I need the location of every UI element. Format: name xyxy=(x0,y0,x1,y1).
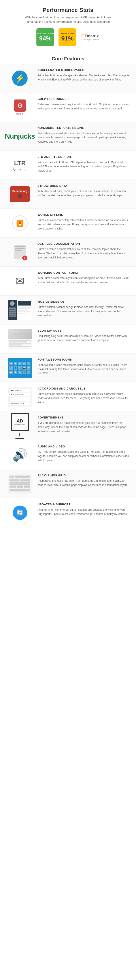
accordion-preview: ▶ Accordion Title 1 ▼ Accordion Title 2 … xyxy=(8,387,32,407)
feature-title-audio: AUDIO AND VIDEO xyxy=(38,445,130,448)
feature-title-grid: 12 COLUMNS GRID xyxy=(38,474,130,477)
feature-content-ltr: LTR AND RTL SUPPORT Prima comes with LTR… xyxy=(38,155,130,173)
support-icon: 🔄 xyxy=(12,505,28,520)
feature-nunjucks: Nunjucks NUNJUCKS TEMPLATE ENGINE Templa… xyxy=(0,122,136,151)
grid-preview xyxy=(8,474,32,494)
feature-contact: ✉ WORKING CONTACT FORM With Prima's cont… xyxy=(0,267,136,296)
feature-icon-docs: ♥ xyxy=(6,242,33,262)
feature-title-advertisement: ADVERTISEMENT xyxy=(38,416,130,419)
lightning-icon: ⚡ xyxy=(12,70,28,86)
feature-content-schema: STRUCTURED DATA With Structured Data, bo… xyxy=(38,184,130,198)
feature-title-ltr: LTR AND RTL SUPPORT xyxy=(38,155,130,159)
feature-content-nunjucks: NUNJUCKS TEMPLATE ENGINE Template engine… xyxy=(38,126,130,144)
schema-logo: Schema.org ⬛ xyxy=(10,186,30,202)
feature-icon-accordion: ▶ Accordion Title 1 ▼ Accordion Title 2 … xyxy=(6,387,33,407)
blog-preview: Sample Post xyxy=(8,329,32,349)
core-features-section: Core Features ⚡ ACCELERATED MOBILE PAGES… xyxy=(0,49,136,527)
ltr-label: LTR xyxy=(14,160,25,167)
feature-amp: ⚡ ACCELERATED MOBILE PAGES Prima has bui… xyxy=(0,64,136,93)
nunjucks-logo: Nunjucks xyxy=(5,132,35,140)
feature-title-docs: DETAILED DOCUMENTATION xyxy=(38,242,130,245)
feature-title-updates: UPDATES & SUPPORT xyxy=(38,503,130,506)
feature-title-offline: WORKS OFFLINE xyxy=(38,213,130,216)
feature-icon-audio: 🔊 xyxy=(6,445,33,465)
feature-desc-accordion: Prima contains custom styled accordions … xyxy=(38,392,130,405)
gtmetrix-logo: GTmetrix Analyze your website xyxy=(81,34,100,41)
feature-title-amp: ACCELERATED MOBILE PAGES xyxy=(38,68,130,72)
feature-blog: Sample Post BLOG LAYOUTS Blog listing bl… xyxy=(0,325,136,353)
header-description: With the combination of our techniques a… xyxy=(22,15,114,24)
wifi-offline-icon: 📶 ✕ xyxy=(12,215,28,231)
feature-schema: Schema.org ⬛ STRUCTURED DATA With Struct… xyxy=(0,180,136,209)
fontawesome-preview: ⚑ ★ ♥ ✉ ⚙ 🏠 👤 🔍 📷 🔔 📁 🗑 ✏ 📌 🔗 xyxy=(8,358,32,378)
feature-sidebar: MOBILE SIDEBAR Prima's custom sidebar de… xyxy=(0,296,136,325)
feature-desc-grid: Responsive grid code has taken from Boot… xyxy=(38,479,130,487)
feature-desc-offline: Prima can work completely offline/withou… xyxy=(38,218,130,231)
feature-fontawesome: ⚑ ★ ♥ ✉ ⚙ 🏠 👤 🔍 📷 🔔 📁 🗑 ✏ 📌 🔗 xyxy=(0,353,136,382)
page-header: Performance Stats With the combination o… xyxy=(0,0,136,49)
feature-content-blog: BLOG LAYOUTS Blog listing blog detail in… xyxy=(38,329,130,342)
feature-icon-amp: ⚡ xyxy=(6,68,33,88)
pagespeed-value: 94% xyxy=(39,35,51,42)
feature-icon-schema: Schema.org ⬛ xyxy=(6,184,33,204)
feature-gulp: G gulp.js GULP TASK RUNNER Today web dev… xyxy=(0,93,136,122)
feature-icon-blog: Sample Post xyxy=(6,329,33,349)
feature-content-sidebar: MOBILE SIDEBAR Prima's custom sidebar de… xyxy=(38,300,130,318)
feature-icon-offline: 📶 ✕ xyxy=(6,213,33,233)
feature-desc-sidebar: Prima's custom sidebar design is clean a… xyxy=(38,305,130,318)
feature-icon-advertisement: AD Advertisement xyxy=(6,416,33,436)
feature-desc-audio: AMP has its own custom Audio and Video H… xyxy=(38,450,130,463)
feature-ltr: LTR ل ابجت را LTR AND RTL SUPPORT Prima … xyxy=(0,151,136,180)
feature-desc-contact: With Prima's contact form you can start … xyxy=(38,276,130,285)
feature-title-nunjucks: NUNJUCKS TEMPLATE ENGINE xyxy=(38,126,130,130)
feature-title-contact: WORKING CONTACT FORM xyxy=(38,271,130,274)
feature-updates: 🔄 UPDATES & SUPPORT As a full time Theme… xyxy=(0,498,136,527)
feature-icon-ltr: LTR ل ابجت را xyxy=(6,155,33,175)
envelope-icon: ✉ xyxy=(15,275,25,286)
feature-desc-blog: Blog listing blog detail includes simple… xyxy=(38,334,130,342)
feature-desc-ltr: Prima comes with LTR and RTL separate th… xyxy=(38,160,130,173)
feature-icon-gulp: G gulp.js xyxy=(6,97,33,117)
page-title: Performance Stats xyxy=(5,6,131,13)
feature-content-updates: UPDATES & SUPPORT As a full time ThemeFo… xyxy=(38,503,130,516)
feature-title-blog: BLOG LAYOUTS xyxy=(38,329,130,332)
feature-content-gulp: GULP TASK RUNNER Today web development r… xyxy=(38,97,130,111)
feature-content-audio: AUDIO AND VIDEO AMP has its own custom A… xyxy=(38,445,130,463)
feature-content-docs: DETAILED DOCUMENTATION Prima's detailed … xyxy=(38,242,130,260)
mobile-sidebar-preview xyxy=(8,300,32,320)
feature-desc-fontawesome: Font Awesome is the most iconic icons li… xyxy=(38,363,130,376)
feature-docs: ♥ DETAILED DOCUMENTATION Prima's detaile… xyxy=(0,238,136,267)
feature-content-amp: ACCELERATED MOBILE PAGES Prima has built… xyxy=(38,68,130,82)
feature-accordion: ▶ Accordion Title 1 ▼ Accordion Title 2 … xyxy=(0,382,136,411)
feature-icon-fontawesome: ⚑ ★ ♥ ✉ ⚙ 🏠 👤 🔍 📷 🔔 📁 🗑 ✏ 📌 🔗 xyxy=(6,358,33,378)
feature-desc-nunjucks: Template engine frustrations happen. Som… xyxy=(38,131,130,144)
feature-content-contact: WORKING CONTACT FORM With Prima's contac… xyxy=(38,271,130,285)
feature-desc-gulp: Today web development requires a lot of … xyxy=(38,102,130,111)
feature-icon-nunjucks: Nunjucks xyxy=(6,126,33,146)
heart-icon: ♥ xyxy=(22,256,27,261)
feature-icon-updates: 🔄 xyxy=(6,503,33,523)
avatar-mini xyxy=(10,301,14,306)
feature-content-grid: 12 COLUMNS GRID Responsive grid code has… xyxy=(38,474,130,487)
core-features-title: Core Features xyxy=(0,49,136,64)
gulp-icon: G xyxy=(14,99,26,111)
gtmetrix-scores: PageSpeed Score 94% YSlow Score 91% GTme… xyxy=(5,28,131,46)
feature-desc-updates: As a full time ThemeForest author suppor… xyxy=(38,508,130,516)
feature-desc-schema: With Structured Data, boost your SEO one… xyxy=(38,189,130,198)
feature-desc-docs: Prima's detailed documentation covers al… xyxy=(38,247,130,260)
ad-billboard-icon: AD Advertisement xyxy=(11,413,29,431)
feature-title-sidebar: MOBILE SIDEBAR xyxy=(38,300,130,303)
feature-offline: 📶 ✕ WORKS OFFLINE Prima can work complet… xyxy=(0,209,136,238)
feature-grid: 12 COLUMNS GRID Responsive grid code has… xyxy=(0,469,136,498)
ad-text-label: AD xyxy=(17,418,23,423)
feature-icon-sidebar xyxy=(6,300,33,320)
feature-desc-amp: Prima has built under Google's Accelerat… xyxy=(38,73,130,82)
feature-title-fontawesome: FONTAWESOME ICONS xyxy=(38,358,130,361)
feature-title-gulp: GULP TASK RUNNER xyxy=(38,97,130,100)
feature-title-accordion: ACCORDIONS AND CAROUSELS xyxy=(38,387,130,390)
pagespeed-badge: PageSpeed Score 94% xyxy=(36,28,54,46)
feature-icon-contact: ✉ xyxy=(6,271,33,291)
feature-content-fontawesome: FONTAWESOME ICONS Font Awesome is the mo… xyxy=(38,358,130,376)
feature-content-accordion: ACCORDIONS AND CAROUSELS Prima contains … xyxy=(38,387,130,405)
feature-icon-grid xyxy=(6,474,33,494)
